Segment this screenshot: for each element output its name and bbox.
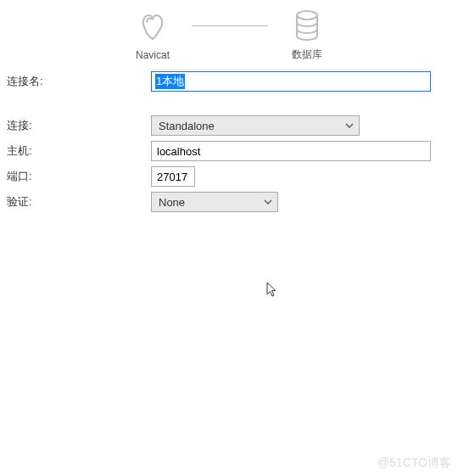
- database-block: 数据库: [273, 7, 341, 62]
- navicat-icon: [134, 8, 171, 46]
- port-label: 端口:: [7, 169, 151, 184]
- navicat-label: Navicat: [136, 49, 170, 61]
- connection-type-label: 连接:: [7, 118, 151, 133]
- navicat-block: Navicat: [119, 8, 187, 61]
- connection-type-value: Standalone: [159, 120, 215, 132]
- auth-select[interactable]: None: [151, 192, 278, 212]
- database-icon: [288, 7, 326, 44]
- database-label: 数据库: [292, 48, 322, 62]
- host-input[interactable]: [151, 141, 431, 161]
- connector-line: [192, 25, 268, 26]
- watermark: @51CTO博客: [377, 456, 451, 471]
- auth-value: None: [159, 196, 185, 209]
- connection-type-select[interactable]: Standalone: [151, 115, 360, 136]
- auth-label: 验证:: [7, 194, 151, 210]
- port-input[interactable]: [151, 166, 195, 187]
- connection-name-input[interactable]: 1本地: [151, 71, 431, 92]
- chevron-down-icon: [264, 198, 272, 206]
- connection-form: 连接名: 1本地 连接: Standalone 主机: 端口: 验证: None: [0, 70, 458, 213]
- connection-name-label: 连接名:: [7, 74, 151, 89]
- connection-diagram: Navicat 数据库: [0, 0, 458, 70]
- svg-point-0: [297, 11, 317, 20]
- host-label: 主机:: [7, 143, 151, 159]
- connection-name-value: 1本地: [155, 74, 185, 89]
- chevron-down-icon: [345, 121, 354, 130]
- cursor-icon: [266, 282, 280, 301]
